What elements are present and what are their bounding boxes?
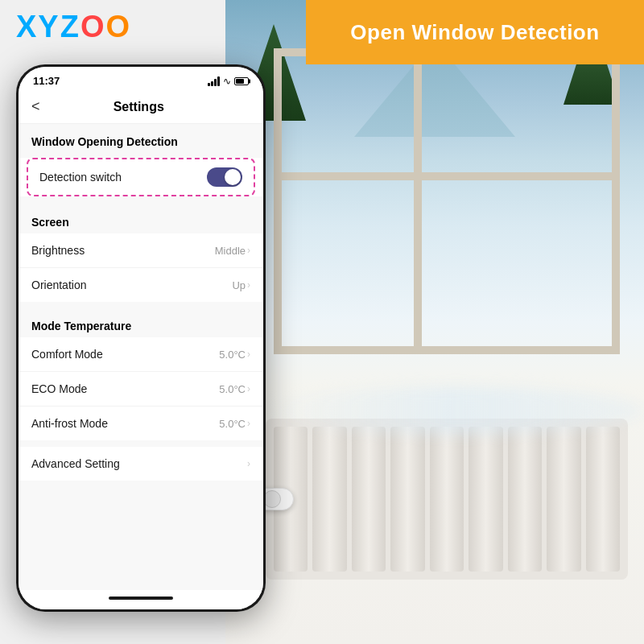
advanced-chevron: ›: [247, 458, 250, 469]
home-indicator: [109, 597, 173, 600]
radiator-fin: [508, 427, 542, 572]
advanced-group: Advanced Setting ›: [19, 447, 263, 481]
antifrost-chevron: ›: [247, 418, 250, 429]
orientation-value: Up ›: [232, 279, 250, 291]
radiator-fin: [352, 427, 386, 572]
status-time: 11:37: [33, 75, 60, 87]
eco-mode-value: 5.0°C ›: [219, 383, 250, 395]
brightness-chevron: ›: [247, 245, 250, 256]
back-button[interactable]: <: [31, 95, 47, 118]
logo: XYZOO: [16, 10, 131, 44]
advanced-setting-label: Advanced Setting: [31, 457, 120, 470]
window-detection-header: Window Opening Detection: [19, 124, 263, 153]
settings-content: Window Opening Detection Detection switc…: [19, 124, 263, 590]
eco-mode-label: ECO Mode: [31, 382, 87, 395]
radiator-fin: [390, 427, 424, 572]
comfort-mode-value: 5.0°C ›: [219, 349, 250, 361]
antifrost-mode-value: 5.0°C ›: [219, 418, 250, 430]
battery-icon: [234, 77, 249, 85]
battery-tip: [249, 79, 250, 83]
brightness-row[interactable]: Brightness Middle ›: [19, 233, 263, 268]
screen-group: Brightness Middle › Orientation Up ›: [19, 233, 263, 302]
radiator-fin: [547, 427, 580, 572]
signal-bar-4: [217, 76, 220, 86]
eco-mode-row[interactable]: ECO Mode 5.0°C ›: [19, 372, 263, 407]
window-detection-group: Detection switch: [19, 158, 263, 196]
mode-temp-header: Mode Temperature: [19, 308, 263, 337]
orientation-label: Orientation: [31, 279, 86, 291]
logo-letter-z: Z: [60, 10, 80, 43]
status-bar: 11:37 ∿: [19, 67, 263, 90]
banner-text: Open Window Detection: [350, 20, 599, 45]
orientation-chevron: ›: [247, 279, 250, 291]
phone-body: 11:37 ∿ < Se: [16, 64, 266, 612]
radiator-fin: [430, 427, 464, 572]
radiator-fin: [312, 427, 346, 572]
radiator-fin: [469, 427, 502, 572]
mist-effect: [266, 386, 644, 435]
radiator-fins: [266, 419, 628, 580]
toggle-knob: [225, 169, 241, 185]
antifrost-mode-label: Anti-frost Mode: [31, 417, 108, 430]
orientation-row[interactable]: Orientation Up ›: [19, 268, 263, 302]
radiator-fin: [586, 427, 620, 572]
mode-temp-group: Comfort Mode 5.0°C › ECO Mode 5.0°C ›: [19, 337, 263, 440]
phone-mockup: 11:37 ∿ < Se: [16, 64, 266, 612]
logo-letter-o2: O: [106, 10, 132, 43]
detection-switch-row: Detection switch: [27, 158, 255, 196]
window-frame-decoration: [274, 48, 620, 354]
status-icons: ∿: [208, 76, 249, 87]
signal-bar-1: [208, 83, 210, 86]
logo-letter-y: Y: [38, 10, 60, 43]
logo-letter-o1: O: [80, 10, 106, 43]
advanced-setting-row[interactable]: Advanced Setting ›: [19, 447, 263, 481]
phone-bottom: [19, 590, 263, 609]
radiator-decoration: [266, 419, 628, 580]
brightness-value: Middle ›: [215, 245, 250, 257]
eco-chevron: ›: [247, 383, 250, 394]
detection-toggle[interactable]: [207, 167, 242, 187]
wifi-icon: ∿: [223, 76, 231, 87]
background-scene: [225, 0, 644, 644]
comfort-chevron: ›: [247, 349, 250, 360]
window-divider-h: [274, 172, 620, 180]
screen-header: Screen: [19, 204, 263, 233]
comfort-mode-label: Comfort Mode: [31, 348, 103, 361]
logo-letter-x: X: [16, 10, 38, 43]
phone-screen: 11:37 ∿ < Se: [19, 67, 263, 609]
logo-area: XYZOO: [16, 10, 131, 44]
nav-bar: < Settings: [19, 90, 263, 124]
comfort-mode-row[interactable]: Comfort Mode 5.0°C ›: [19, 337, 263, 372]
detection-switch-label: Detection switch: [39, 171, 122, 184]
advanced-setting-value: ›: [247, 458, 250, 469]
signal-bars-icon: [208, 76, 220, 86]
antifrost-mode-row[interactable]: Anti-frost Mode 5.0°C ›: [19, 407, 263, 440]
battery-fill: [236, 79, 244, 84]
window-divider-v: [414, 48, 422, 354]
signal-bar-3: [214, 79, 217, 86]
brightness-label: Brightness: [31, 244, 85, 257]
nav-title: Settings: [47, 100, 231, 114]
signal-bar-2: [211, 81, 213, 86]
banner: Open Window Detection: [306, 0, 644, 64]
